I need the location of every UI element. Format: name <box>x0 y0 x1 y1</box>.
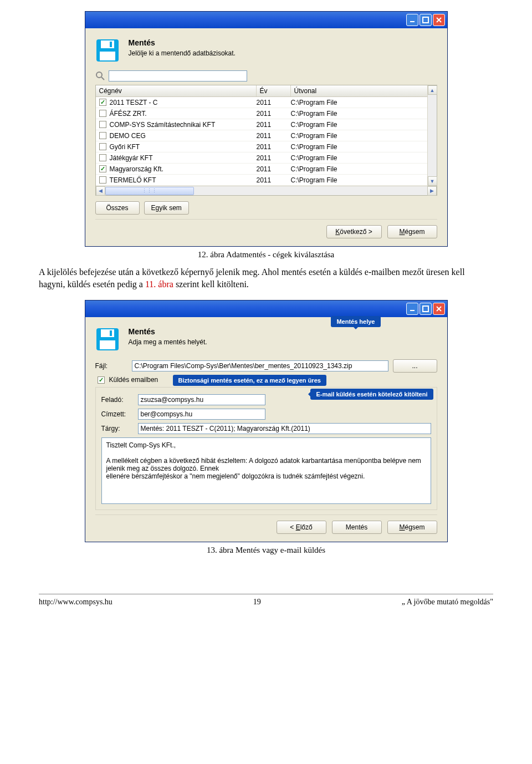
dialog-subtitle: Jelölje ki a mentendő adatbázisokat. <box>129 49 236 57</box>
svg-rect-7 <box>410 310 415 311</box>
row-checkbox[interactable] <box>99 132 106 139</box>
floppy-icon <box>95 327 120 352</box>
row-name: Magyarország Kft. <box>110 165 163 173</box>
dialog-save-location: Mentés helye Mentés Adja meg a mentés he… <box>85 300 448 542</box>
row-checkbox[interactable] <box>99 110 106 117</box>
select-all-button[interactable]: Összes <box>95 201 140 215</box>
save-button[interactable]: Mentés <box>332 521 382 534</box>
scroll-thumb[interactable]: ⋮⋮⋮ <box>105 187 194 195</box>
close-button[interactable] <box>433 14 445 26</box>
row-checkbox[interactable] <box>99 154 106 161</box>
floppy-icon <box>95 38 120 63</box>
subject-label: Tárgy: <box>101 425 134 432</box>
dialog-title: Mentés <box>129 38 236 47</box>
cancel-button[interactable]: Mégsem <box>387 225 437 238</box>
row-path: C:\Program File <box>291 143 437 151</box>
footer-url: http://www.compsys.hu <box>39 598 112 607</box>
row-year: 2011 <box>257 154 291 162</box>
svg-rect-10 <box>101 329 114 337</box>
svg-rect-0 <box>410 21 415 22</box>
row-path: C:\Program File <box>291 99 437 106</box>
select-none-button[interactable]: Egyik sem <box>144 201 189 215</box>
callout-email-required: E-mail küldés esetén kötelező kitölteni <box>310 389 433 400</box>
svg-rect-1 <box>423 17 428 23</box>
prev-button[interactable]: < Előző <box>277 521 326 534</box>
titlebar[interactable] <box>85 300 447 317</box>
row-checkbox[interactable]: ✓ <box>99 99 106 106</box>
body-paragraph: A kijelölés befejezése után a következő … <box>39 266 493 290</box>
row-path: C:\Program File <box>291 110 437 118</box>
row-path: C:\Program File <box>291 121 437 129</box>
table-row[interactable]: ✓2011 TESZT - C2011C:\Program File <box>96 97 437 108</box>
minimize-button[interactable] <box>406 14 418 26</box>
table-row[interactable]: COMP-SYS Számítástechnikai KFT2011C:\Pro… <box>96 119 437 130</box>
row-name: Győri KFT <box>110 143 140 151</box>
table-row[interactable]: TERMELŐ KFT2011C:\Program File <box>96 175 437 186</box>
row-year: 2011 <box>257 132 291 140</box>
row-name: TERMELŐ KFT <box>110 176 156 184</box>
row-year: 2011 <box>257 99 291 106</box>
from-label: Feladó: <box>101 396 134 404</box>
col-year[interactable]: Év <box>257 85 291 96</box>
callout-save-location: Mentés helye <box>331 316 380 327</box>
row-year: 2011 <box>257 121 291 129</box>
email-panel: E-mail küldés esetén kötelező kitölteni … <box>95 387 437 510</box>
scroll-down-icon[interactable]: ▼ <box>428 176 437 186</box>
col-path[interactable]: Útvonal <box>291 85 437 96</box>
next-button[interactable]: Következő > <box>326 225 382 238</box>
row-name: 2011 TESZT - C <box>110 99 158 106</box>
callout-security: Biztonsági mentés esetén, ez a mező legy… <box>173 375 326 386</box>
browse-button[interactable]: ... <box>393 359 437 373</box>
titlebar[interactable] <box>85 12 447 28</box>
to-label: Címzett: <box>101 410 134 418</box>
vertical-scrollbar[interactable]: ▲ ▼ <box>427 85 437 186</box>
minimize-button[interactable] <box>406 303 418 315</box>
svg-rect-4 <box>110 42 112 47</box>
scroll-right-icon[interactable]: ▶ <box>427 186 437 196</box>
page-footer: http://www.compsys.hu 19 „ A jövőbe muta… <box>39 594 493 615</box>
close-button[interactable] <box>433 303 445 315</box>
maximize-button[interactable] <box>420 14 432 26</box>
row-checkbox[interactable]: ✓ <box>99 165 106 172</box>
send-email-checkbox[interactable]: ✓ <box>98 376 105 384</box>
col-company[interactable]: Cégnév <box>96 85 257 96</box>
file-path-input[interactable] <box>132 360 388 371</box>
row-name: COMP-SYS Számítástechnikai KFT <box>110 121 216 129</box>
from-input[interactable] <box>138 394 265 405</box>
row-year: 2011 <box>257 110 291 118</box>
maximize-button[interactable] <box>420 303 432 315</box>
horizontal-scrollbar[interactable]: ◀ ⋮⋮⋮ ▶ <box>96 186 437 195</box>
row-year: 2011 <box>257 176 291 184</box>
to-input[interactable] <box>138 409 265 420</box>
file-label: Fájl: <box>95 362 127 370</box>
row-checkbox[interactable] <box>99 176 106 184</box>
row-year: 2011 <box>257 143 291 151</box>
dialog-title: Mentés <box>129 327 207 336</box>
row-name: ÁFÉSZ ZRT. <box>110 110 147 118</box>
footer-slogan: „ A jövőbe mutató megoldás" <box>402 598 493 607</box>
svg-rect-11 <box>110 330 112 336</box>
table-row[interactable]: Játékgyár KFT2011C:\Program File <box>96 152 437 164</box>
row-checkbox[interactable] <box>99 143 106 150</box>
table-row[interactable]: ✓Magyarország Kft.2011C:\Program File <box>96 164 437 175</box>
table-row[interactable]: Győri KFT2011C:\Program File <box>96 141 437 152</box>
row-path: C:\Program File <box>291 154 437 162</box>
cancel-button[interactable]: Mégsem <box>387 521 437 534</box>
row-checkbox[interactable] <box>99 121 106 128</box>
subject-input[interactable] <box>138 423 431 434</box>
row-path: C:\Program File <box>291 132 437 140</box>
svg-rect-12 <box>100 340 115 349</box>
table-row[interactable]: ÁFÉSZ ZRT.2011C:\Program File <box>96 108 437 119</box>
table-row[interactable]: DEMO CEG2011C:\Program File <box>96 130 437 141</box>
search-input[interactable] <box>109 70 247 82</box>
svg-rect-3 <box>101 40 114 48</box>
row-path: C:\Program File <box>291 176 437 184</box>
scroll-left-icon[interactable]: ◀ <box>96 186 105 196</box>
company-grid: Cégnév Év Útvonal ✓2011 TESZT - C2011C:\… <box>95 85 437 196</box>
message-textarea[interactable]: Tisztelt Comp-Sys KFt., A mellékelt cégb… <box>101 437 431 504</box>
svg-rect-5 <box>100 52 115 60</box>
row-name: DEMO CEG <box>110 132 146 140</box>
page-number: 19 <box>253 598 261 607</box>
scroll-up-icon[interactable]: ▲ <box>428 85 437 95</box>
send-email-label: Küldés emailben <box>109 376 158 384</box>
